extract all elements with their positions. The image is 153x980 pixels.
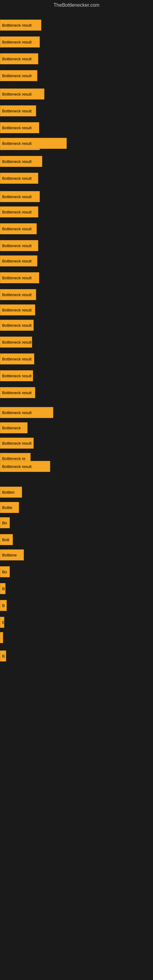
bar-item-9: Bottleneck result: [0, 173, 38, 184]
bar-item-36: B: [0, 600, 7, 611]
bar-item-16: Bottleneck result: [0, 289, 36, 300]
bar-item-22: Bottleneck result: [0, 387, 35, 398]
bar-item-15: Bottleneck result: [0, 272, 39, 283]
bar-label-23: Bottleneck result: [2, 410, 32, 415]
bar-label-27: Bottleneck result: [2, 464, 32, 469]
bar-label-37: B: [2, 620, 4, 625]
title-text: TheBottlenecker.com: [54, 2, 99, 8]
bar-item-12: Bottleneck result: [0, 223, 37, 234]
bar-label-5: Bottleneck result: [2, 109, 32, 113]
bar-label-4: Bottleneck result: [2, 92, 32, 97]
bar-label-20: Bottleneck result: [2, 357, 32, 361]
bar-label-21: Bottleneck result: [2, 374, 32, 378]
bar-label-18: Bottleneck result: [2, 323, 32, 328]
bar-label-10: Bottleneck result: [2, 194, 32, 199]
bar-item-14: Bottleneck result: [0, 255, 37, 266]
bar-item-30: Bottle: [0, 502, 19, 513]
bar-label-26: Bottleneck re: [2, 456, 26, 461]
bar-label-6: Bottleneck result: [2, 126, 32, 130]
bar-label-32: Bott: [2, 538, 9, 542]
bar-item-32: Bott: [0, 534, 13, 545]
bar-item-11: Bottleneck result: [0, 207, 38, 218]
bar-item-19: Bottleneck result: [0, 337, 32, 348]
bar-label-1: Bottleneck result: [2, 40, 32, 45]
bar-item-6: Bottleneck result: [0, 122, 39, 133]
bars-container: Bottleneck resultBottleneck resultBottle…: [0, 10, 153, 975]
bar-label-15: Bottleneck result: [2, 275, 32, 280]
bar-item-8: Bottleneck result: [0, 156, 42, 167]
bar-item-31: Bo: [0, 517, 10, 528]
bar-label-35: B: [2, 587, 5, 591]
bar-item-21: Bottleneck result: [0, 370, 33, 381]
bar-item-3: Bottleneck result: [0, 70, 37, 81]
bar-item-35: B: [0, 583, 5, 594]
bar-label-3: Bottleneck result: [2, 73, 32, 78]
bar-item-28: Bottleneck result: [0, 138, 67, 149]
bar-item-2: Bottleneck result: [0, 53, 38, 64]
bar-item-18: Bottleneck result: [0, 320, 33, 331]
bar-label-8: Bottleneck result: [2, 159, 32, 164]
bar-item-13: Bottleneck result: [0, 240, 38, 251]
bar-item-24: Bottleneck: [0, 422, 27, 433]
bar-label-0: Bottleneck result: [2, 23, 32, 27]
bar-label-13: Bottleneck result: [2, 243, 32, 248]
bar-label-2: Bottleneck result: [2, 57, 32, 61]
bar-item-33: Bottlene: [0, 549, 24, 560]
bar-label-14: Bottleneck result: [2, 259, 32, 263]
bar-label-12: Bottleneck result: [2, 227, 32, 231]
bar-item-1: Bottleneck result: [0, 37, 40, 48]
bar-label-11: Bottleneck result: [2, 210, 32, 215]
bar-label-29: Bottlen: [2, 490, 14, 495]
bar-label-31: Bo: [2, 520, 7, 525]
site-title: TheBottlenecker.com: [0, 0, 153, 10]
bar-item-10: Bottleneck result: [0, 191, 40, 202]
bar-label-16: Bottleneck result: [2, 293, 32, 297]
bar-item-27: Bottleneck result: [0, 461, 50, 472]
bar-label-36: B: [2, 603, 5, 608]
bar-label-17: Bottleneck result: [2, 308, 32, 312]
bar-item-39: B: [0, 651, 6, 662]
bar-item-37: B: [0, 617, 4, 628]
bar-label-9: Bottleneck result: [2, 176, 32, 181]
bar-item-25: Bottleneck result: [0, 438, 33, 449]
bar-item-38: [0, 632, 3, 643]
bar-label-39: B: [2, 654, 5, 659]
bar-item-34: Bo: [0, 566, 10, 577]
bar-label-25: Bottleneck result: [2, 441, 32, 445]
bar-label-30: Bottle: [2, 505, 12, 510]
bar-item-0: Bottleneck result: [0, 20, 41, 30]
bar-item-29: Bottlen: [0, 487, 22, 498]
bar-label-24: Bottleneck: [2, 426, 21, 430]
bar-item-20: Bottleneck result: [0, 353, 34, 364]
bar-item-4: Bottleneck result: [0, 89, 45, 100]
bar-label-33: Bottlene: [2, 553, 17, 557]
bar-item-5: Bottleneck result: [0, 105, 36, 116]
bar-item-17: Bottleneck result: [0, 304, 35, 315]
bar-label-28: Bottleneck result: [2, 141, 32, 146]
bar-item-23: Bottleneck result: [0, 407, 53, 418]
bar-label-22: Bottleneck result: [2, 390, 32, 395]
bar-label-34: Bo: [2, 570, 7, 574]
bar-label-19: Bottleneck result: [2, 340, 32, 345]
